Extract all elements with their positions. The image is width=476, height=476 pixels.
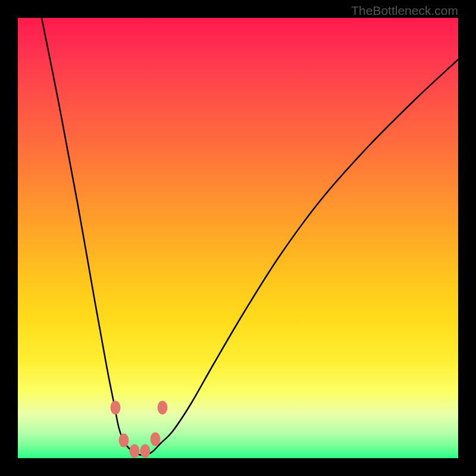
marker-dot (119, 434, 129, 447)
marker-dot (158, 401, 168, 415)
watermark-text: TheBottleneck.com (351, 4, 458, 18)
marker-dot (151, 433, 161, 446)
marker-dot (140, 444, 151, 458)
marker-dot (111, 401, 121, 415)
chart-svg (18, 18, 458, 458)
chart-container (18, 18, 458, 458)
marker-dot (130, 444, 140, 458)
bottleneck-curve (42, 18, 458, 455)
